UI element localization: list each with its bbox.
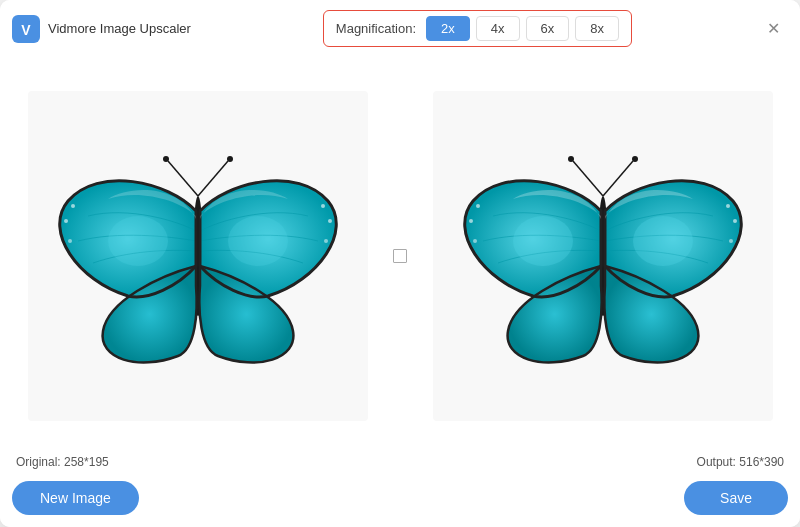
svg-point-13	[108, 216, 168, 266]
svg-point-12	[324, 239, 328, 243]
original-butterfly	[48, 111, 348, 401]
svg-point-8	[64, 219, 68, 223]
svg-point-23	[726, 204, 730, 208]
output-image-container	[433, 91, 773, 421]
title-bar-left: V Vidmore Image Upscaler	[12, 15, 191, 43]
main-content	[0, 55, 800, 451]
original-dimensions: Original: 258*195	[16, 455, 109, 469]
svg-point-27	[633, 216, 693, 266]
close-button[interactable]: ✕	[764, 19, 784, 39]
app-icon: V	[12, 15, 40, 43]
svg-point-25	[729, 239, 733, 243]
mag-btn-8x[interactable]: 8x	[575, 16, 619, 41]
mag-btn-2x[interactable]: 2x	[426, 16, 470, 41]
svg-point-11	[328, 219, 332, 223]
mag-btn-6x[interactable]: 6x	[526, 16, 570, 41]
svg-line-5	[198, 161, 228, 196]
svg-point-22	[473, 239, 477, 243]
svg-point-14	[228, 216, 288, 266]
svg-point-6	[227, 156, 233, 162]
output-image-panel	[415, 83, 790, 429]
compare-divider	[385, 249, 415, 263]
app-window: V Vidmore Image Upscaler Magnification: …	[0, 0, 800, 527]
svg-line-3	[168, 161, 198, 196]
mag-btn-4x[interactable]: 4x	[476, 16, 520, 41]
svg-point-24	[733, 219, 737, 223]
compare-checkbox[interactable]	[393, 249, 407, 263]
app-title: Vidmore Image Upscaler	[48, 21, 191, 36]
svg-point-19	[632, 156, 638, 162]
svg-point-4	[163, 156, 169, 162]
svg-text:V: V	[21, 22, 31, 38]
bottom-bar: New Image Save	[0, 473, 800, 527]
svg-point-21	[469, 219, 473, 223]
svg-line-16	[573, 161, 603, 196]
save-button[interactable]: Save	[684, 481, 788, 515]
status-bar: Original: 258*195 Output: 516*390	[0, 451, 800, 473]
svg-point-7	[71, 204, 75, 208]
original-image-container	[28, 91, 368, 421]
output-butterfly	[453, 111, 753, 401]
svg-point-17	[568, 156, 574, 162]
svg-point-20	[476, 204, 480, 208]
magnification-controls: Magnification: 2x 4x 6x 8x	[323, 10, 632, 47]
svg-point-9	[68, 239, 72, 243]
title-bar: V Vidmore Image Upscaler Magnification: …	[0, 0, 800, 55]
new-image-button[interactable]: New Image	[12, 481, 139, 515]
original-image-panel	[10, 83, 385, 429]
svg-line-18	[603, 161, 633, 196]
svg-point-10	[321, 204, 325, 208]
magnification-label: Magnification:	[336, 21, 416, 36]
svg-point-26	[513, 216, 573, 266]
output-dimensions: Output: 516*390	[697, 455, 784, 469]
